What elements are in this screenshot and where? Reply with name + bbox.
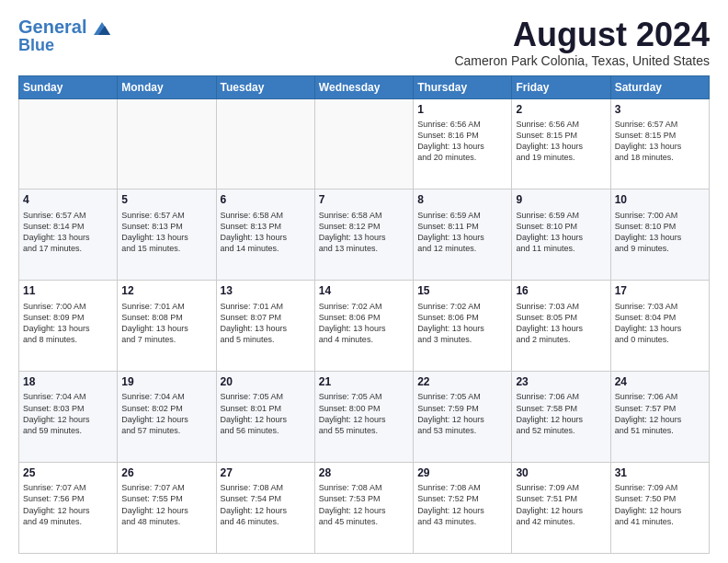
day-info: Sunrise: 6:56 AM Sunset: 8:15 PM Dayligh… bbox=[516, 119, 606, 164]
table-row: 14Sunrise: 7:02 AM Sunset: 8:06 PM Dayli… bbox=[314, 281, 413, 372]
day-number: 13 bbox=[221, 283, 311, 298]
table-row: 26Sunrise: 7:07 AM Sunset: 7:55 PM Dayli… bbox=[118, 463, 216, 554]
day-info: Sunrise: 7:00 AM Sunset: 8:09 PM Dayligh… bbox=[23, 301, 113, 346]
day-info: Sunrise: 7:00 AM Sunset: 8:10 PM Dayligh… bbox=[615, 210, 705, 255]
table-row: 5Sunrise: 6:57 AM Sunset: 8:13 PM Daylig… bbox=[118, 190, 216, 281]
header: General Blue August 2024 Cameron Park Co… bbox=[18, 17, 710, 68]
day-info: Sunrise: 6:59 AM Sunset: 8:11 PM Dayligh… bbox=[417, 210, 507, 255]
title-area: August 2024 Cameron Park Colonia, Texas,… bbox=[454, 17, 710, 68]
day-info: Sunrise: 7:08 AM Sunset: 7:52 PM Dayligh… bbox=[417, 482, 507, 527]
calendar-week-row: 4Sunrise: 6:57 AM Sunset: 8:14 PM Daylig… bbox=[19, 190, 710, 281]
calendar-table: Sunday Monday Tuesday Wednesday Thursday… bbox=[18, 75, 710, 554]
day-number: 9 bbox=[516, 192, 606, 207]
day-number: 10 bbox=[615, 192, 705, 207]
col-friday: Friday bbox=[512, 75, 610, 98]
page: General Blue August 2024 Cameron Park Co… bbox=[0, 0, 728, 563]
table-row: 20Sunrise: 7:05 AM Sunset: 8:01 PM Dayli… bbox=[216, 372, 314, 463]
table-row: 9Sunrise: 6:59 AM Sunset: 8:10 PM Daylig… bbox=[512, 190, 610, 281]
day-number: 14 bbox=[319, 283, 409, 298]
day-info: Sunrise: 7:04 AM Sunset: 8:02 PM Dayligh… bbox=[121, 391, 211, 436]
day-info: Sunrise: 6:59 AM Sunset: 8:10 PM Dayligh… bbox=[516, 210, 606, 255]
day-number: 8 bbox=[417, 192, 507, 207]
day-number: 22 bbox=[417, 374, 507, 389]
day-number: 21 bbox=[319, 374, 409, 389]
day-info: Sunrise: 7:07 AM Sunset: 7:55 PM Dayligh… bbox=[121, 482, 211, 527]
table-row: 27Sunrise: 7:08 AM Sunset: 7:54 PM Dayli… bbox=[216, 463, 314, 554]
day-info: Sunrise: 6:58 AM Sunset: 8:13 PM Dayligh… bbox=[221, 210, 311, 255]
day-info: Sunrise: 7:05 AM Sunset: 8:01 PM Dayligh… bbox=[221, 391, 311, 436]
day-number: 31 bbox=[615, 465, 705, 480]
logo: General Blue bbox=[18, 17, 110, 55]
day-number: 4 bbox=[23, 192, 113, 207]
location: Cameron Park Colonia, Texas, United Stat… bbox=[454, 53, 710, 68]
day-number: 27 bbox=[221, 465, 311, 480]
table-row: 17Sunrise: 7:03 AM Sunset: 8:04 PM Dayli… bbox=[610, 281, 709, 372]
table-row: 12Sunrise: 7:01 AM Sunset: 8:08 PM Dayli… bbox=[118, 281, 216, 372]
day-info: Sunrise: 7:04 AM Sunset: 8:03 PM Dayligh… bbox=[23, 391, 113, 436]
day-info: Sunrise: 7:05 AM Sunset: 8:00 PM Dayligh… bbox=[319, 391, 409, 436]
day-number: 3 bbox=[615, 102, 705, 117]
table-row bbox=[314, 98, 413, 190]
table-row: 30Sunrise: 7:09 AM Sunset: 7:51 PM Dayli… bbox=[512, 463, 610, 554]
day-number: 1 bbox=[417, 102, 507, 117]
table-row: 18Sunrise: 7:04 AM Sunset: 8:03 PM Dayli… bbox=[19, 372, 118, 463]
calendar-header-row: Sunday Monday Tuesday Wednesday Thursday… bbox=[19, 75, 710, 98]
table-row: 10Sunrise: 7:00 AM Sunset: 8:10 PM Dayli… bbox=[610, 190, 709, 281]
day-info: Sunrise: 7:08 AM Sunset: 7:54 PM Dayligh… bbox=[221, 482, 311, 527]
col-thursday: Thursday bbox=[414, 75, 512, 98]
day-number: 11 bbox=[23, 283, 113, 298]
day-number: 12 bbox=[121, 283, 211, 298]
day-info: Sunrise: 7:07 AM Sunset: 7:56 PM Dayligh… bbox=[23, 482, 113, 527]
table-row: 4Sunrise: 6:57 AM Sunset: 8:14 PM Daylig… bbox=[19, 190, 118, 281]
day-number: 24 bbox=[615, 374, 705, 389]
day-info: Sunrise: 7:09 AM Sunset: 7:51 PM Dayligh… bbox=[516, 482, 606, 527]
table-row: 21Sunrise: 7:05 AM Sunset: 8:00 PM Dayli… bbox=[314, 372, 413, 463]
day-info: Sunrise: 7:06 AM Sunset: 7:58 PM Dayligh… bbox=[516, 391, 606, 436]
table-row bbox=[19, 98, 118, 190]
day-info: Sunrise: 7:09 AM Sunset: 7:50 PM Dayligh… bbox=[615, 482, 705, 527]
logo-blue-text: Blue bbox=[18, 37, 54, 55]
day-number: 26 bbox=[121, 465, 211, 480]
day-number: 6 bbox=[221, 192, 311, 207]
table-row: 15Sunrise: 7:02 AM Sunset: 8:06 PM Dayli… bbox=[414, 281, 512, 372]
calendar-body: 1Sunrise: 6:56 AM Sunset: 8:16 PM Daylig… bbox=[19, 98, 710, 553]
table-row: 28Sunrise: 7:08 AM Sunset: 7:53 PM Dayli… bbox=[314, 463, 413, 554]
day-number: 20 bbox=[221, 374, 311, 389]
table-row: 23Sunrise: 7:06 AM Sunset: 7:58 PM Dayli… bbox=[512, 372, 610, 463]
day-number: 16 bbox=[516, 283, 606, 298]
day-info: Sunrise: 6:57 AM Sunset: 8:15 PM Dayligh… bbox=[615, 119, 705, 164]
day-info: Sunrise: 7:01 AM Sunset: 8:07 PM Dayligh… bbox=[221, 301, 311, 346]
day-number: 19 bbox=[121, 374, 211, 389]
table-row: 24Sunrise: 7:06 AM Sunset: 7:57 PM Dayli… bbox=[610, 372, 709, 463]
table-row: 31Sunrise: 7:09 AM Sunset: 7:50 PM Dayli… bbox=[610, 463, 709, 554]
calendar-week-row: 1Sunrise: 6:56 AM Sunset: 8:16 PM Daylig… bbox=[19, 98, 710, 190]
day-info: Sunrise: 6:57 AM Sunset: 8:14 PM Dayligh… bbox=[23, 210, 113, 255]
day-info: Sunrise: 7:02 AM Sunset: 8:06 PM Dayligh… bbox=[417, 301, 507, 346]
table-row: 2Sunrise: 6:56 AM Sunset: 8:15 PM Daylig… bbox=[512, 98, 610, 190]
col-monday: Monday bbox=[118, 75, 216, 98]
table-row: 11Sunrise: 7:00 AM Sunset: 8:09 PM Dayli… bbox=[19, 281, 118, 372]
table-row: 8Sunrise: 6:59 AM Sunset: 8:11 PM Daylig… bbox=[414, 190, 512, 281]
day-info: Sunrise: 7:03 AM Sunset: 8:04 PM Dayligh… bbox=[615, 301, 705, 346]
day-number: 5 bbox=[121, 192, 211, 207]
table-row: 29Sunrise: 7:08 AM Sunset: 7:52 PM Dayli… bbox=[414, 463, 512, 554]
table-row: 3Sunrise: 6:57 AM Sunset: 8:15 PM Daylig… bbox=[610, 98, 709, 190]
day-info: Sunrise: 6:57 AM Sunset: 8:13 PM Dayligh… bbox=[121, 210, 211, 255]
day-info: Sunrise: 7:05 AM Sunset: 7:59 PM Dayligh… bbox=[417, 391, 507, 436]
table-row bbox=[118, 98, 216, 190]
table-row: 25Sunrise: 7:07 AM Sunset: 7:56 PM Dayli… bbox=[19, 463, 118, 554]
calendar-week-row: 18Sunrise: 7:04 AM Sunset: 8:03 PM Dayli… bbox=[19, 372, 710, 463]
col-saturday: Saturday bbox=[610, 75, 709, 98]
day-info: Sunrise: 7:01 AM Sunset: 8:08 PM Dayligh… bbox=[121, 301, 211, 346]
table-row: 22Sunrise: 7:05 AM Sunset: 7:59 PM Dayli… bbox=[414, 372, 512, 463]
table-row: 19Sunrise: 7:04 AM Sunset: 8:02 PM Dayli… bbox=[118, 372, 216, 463]
table-row: 6Sunrise: 6:58 AM Sunset: 8:13 PM Daylig… bbox=[216, 190, 314, 281]
month-title: August 2024 bbox=[454, 17, 710, 53]
day-info: Sunrise: 6:56 AM Sunset: 8:16 PM Dayligh… bbox=[417, 119, 507, 164]
table-row: 16Sunrise: 7:03 AM Sunset: 8:05 PM Dayli… bbox=[512, 281, 610, 372]
day-number: 23 bbox=[516, 374, 606, 389]
day-number: 17 bbox=[615, 283, 705, 298]
logo-icon bbox=[94, 22, 110, 35]
day-number: 7 bbox=[319, 192, 409, 207]
logo-text: General bbox=[18, 17, 110, 37]
